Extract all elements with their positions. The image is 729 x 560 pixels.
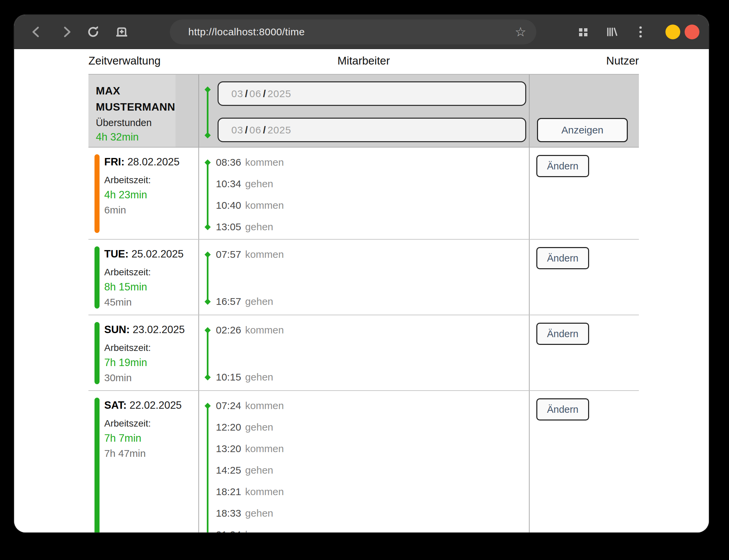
filter-header-row: MAX MUSTERMANN Überstunden 4h 32min: [88, 75, 639, 148]
break-time-value: 45min: [104, 294, 184, 310]
aendern-button[interactable]: Ändern: [536, 323, 589, 345]
url-bar[interactable]: http://localhost:8000/time ☆: [170, 19, 536, 44]
time-entry: 10:15gehen: [216, 368, 273, 387]
day-name: TUE:: [104, 248, 128, 260]
url-text: http://localhost:8000/time: [188, 26, 305, 38]
time-entry-type: gehen: [245, 422, 273, 433]
day-rows: FRI: 28.02.2025Arbeitszeit:4h 23min6min0…: [88, 148, 639, 532]
aendern-button[interactable]: Ändern: [536, 398, 589, 421]
break-time-value: 6min: [104, 202, 180, 218]
timeline-endpoint-icon: [204, 251, 210, 257]
day-title: FRI: 28.02.2025: [104, 152, 180, 172]
time-entry-time: 13:05: [216, 221, 241, 232]
nav-zeitverwaltung[interactable]: Zeitverwaltung: [88, 54, 161, 67]
time-entry-type: gehen: [245, 221, 273, 232]
employee-cell: MAX MUSTERMANN Überstunden 4h 32min: [88, 75, 198, 147]
date-from-part2: 06: [250, 88, 261, 99]
screen: http://localhost:8000/time ☆ Zeitverwalt…: [0, 0, 729, 560]
day-date: 22.02.2025: [127, 399, 182, 411]
time-entry-time: 13:20: [216, 443, 241, 454]
time-entry: 16:57gehen: [216, 292, 273, 311]
kebab-dots-icon: [634, 25, 647, 39]
day-name: SUN:: [104, 324, 130, 335]
worktime-label: Arbeitszeit:: [104, 340, 185, 356]
time-entry-time: 10:34: [216, 178, 241, 189]
day-status-bar: [94, 154, 100, 233]
worktime-value: 7h 19min: [104, 356, 185, 370]
day-row: SUN: 23.02.2025Arbeitszeit:7h 19min30min…: [88, 315, 639, 391]
browser-toolbar: http://localhost:8000/time ☆: [14, 15, 709, 49]
nav-nutzer[interactable]: Nutzer: [606, 54, 639, 67]
day-date: 28.02.2025: [124, 156, 180, 168]
date-from-input[interactable]: 03/06/2025: [218, 81, 526, 106]
new-tab-button[interactable]: [115, 25, 128, 39]
timeline-endpoint-icon: [204, 403, 210, 409]
time-entry: 07:57kommen: [216, 245, 284, 264]
time-entry-type: kommen: [245, 400, 284, 411]
timeline-line: [207, 406, 208, 532]
time-entry-type: gehen: [245, 178, 273, 189]
worktime-label: Arbeitszeit:: [104, 265, 184, 280]
day-name: SAT:: [104, 399, 127, 411]
day-row: FRI: 28.02.2025Arbeitszeit:4h 23min6min0…: [88, 148, 639, 240]
close-window-button[interactable]: [685, 25, 699, 39]
time-entry-type: kommen: [245, 249, 284, 260]
back-button[interactable]: [30, 25, 43, 39]
worktime-label: Arbeitszeit:: [104, 416, 182, 431]
time-entry: 13:20kommen: [216, 439, 284, 458]
worktime-value: 8h 15min: [104, 280, 184, 294]
library-button[interactable]: [605, 25, 619, 39]
day-date: 25.02.2025: [128, 248, 184, 260]
time-table: MAX MUSTERMANN Überstunden 4h 32min: [88, 74, 639, 532]
forward-button[interactable]: [60, 25, 73, 39]
break-time-value: 30min: [104, 370, 185, 386]
menu-kebab-icon[interactable]: [634, 25, 647, 39]
date-separator: /: [245, 124, 247, 136]
day-status-bar: [94, 322, 100, 384]
time-entry-time: 12:20: [216, 422, 241, 433]
employee-last-name: MUSTERMANN: [96, 99, 176, 115]
reload-button[interactable]: [87, 25, 100, 39]
time-entry-time: 21:34: [216, 529, 241, 532]
time-entry-type: kommen: [245, 324, 284, 335]
anzeigen-button[interactable]: Anzeigen: [537, 118, 628, 142]
timeline-line: [207, 162, 208, 227]
time-entry: 10:34gehen: [216, 174, 273, 193]
time-entry: 18:33gehen: [216, 504, 273, 523]
extensions-grid-icon[interactable]: [577, 25, 590, 39]
day-actions-cell: Ändern: [529, 148, 639, 239]
reload-icon: [87, 25, 100, 39]
minimize-window-button[interactable]: [665, 25, 680, 39]
timeline-endpoint-icon: [204, 374, 210, 380]
worktime-label: Arbeitszeit:: [104, 172, 180, 188]
time-entry-time: 10:40: [216, 200, 241, 211]
actions-header-cell: Anzeigen: [529, 75, 639, 147]
worktime-value: 4h 23min: [104, 188, 180, 202]
employee-first-name: MAX: [96, 83, 176, 99]
page-content: Zeitverwaltung Mitarbeiter Nutzer MAX MU…: [14, 49, 709, 532]
aendern-button[interactable]: Ändern: [536, 247, 589, 269]
nav-mitarbeiter[interactable]: Mitarbeiter: [338, 54, 390, 67]
employee-summary: MAX MUSTERMANN Überstunden 4h 32min: [88, 75, 176, 147]
aendern-button[interactable]: Ändern: [536, 155, 589, 177]
overtime-value: 4h 32min: [96, 130, 176, 144]
timeline-endpoint-icon: [204, 298, 210, 305]
bookmark-star-icon[interactable]: ☆: [515, 19, 526, 44]
date-to-input[interactable]: 03/06/2025: [218, 118, 526, 142]
time-entry-type: kommen: [245, 157, 284, 168]
date-separator: /: [263, 124, 266, 136]
time-entry-time: 14:25: [216, 465, 241, 476]
time-entry-type: kommen: [245, 443, 284, 454]
time-entry: 08:36kommen: [216, 153, 284, 172]
time-entry-time: 18:21: [216, 486, 241, 497]
day-summary-cell: TUE: 25.02.2025Arbeitszeit:8h 15min45min: [88, 240, 198, 315]
day-info: SUN: 23.02.2025Arbeitszeit:7h 19min30min: [104, 319, 185, 386]
day-title: SUN: 23.02.2025: [104, 319, 185, 340]
time-entry: 13:05gehen: [216, 217, 273, 236]
day-actions-cell: Ändern: [529, 391, 639, 532]
time-entry: 02:26kommen: [216, 321, 284, 339]
day-row: SAT: 22.02.2025Arbeitszeit:7h 7min7h 47m…: [88, 391, 639, 532]
main-nav: Zeitverwaltung Mitarbeiter Nutzer: [88, 54, 639, 71]
time-entry-type: gehen: [245, 508, 273, 519]
timeline-cell: 07:24kommen12:20gehen13:20kommen14:25geh…: [198, 391, 529, 532]
